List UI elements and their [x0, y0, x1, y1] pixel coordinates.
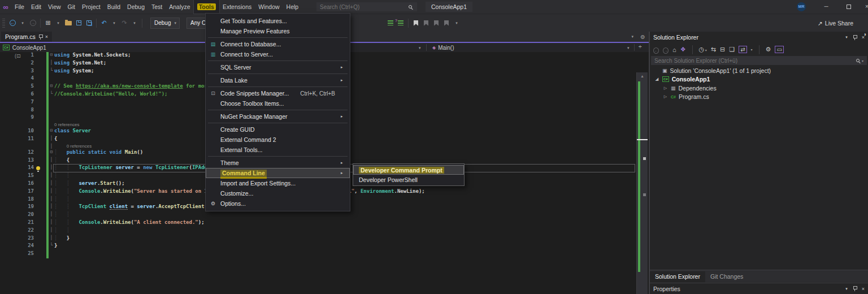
- line-number[interactable]: 7: [0, 99, 34, 107]
- debug-target-dropdown[interactable]: Debug▾: [150, 18, 180, 29]
- line-number[interactable]: 18: [0, 196, 34, 204]
- breadcrumb-project-dropdown[interactable]: C# ConsoleApp1: [3, 43, 46, 52]
- menu-item-command-line[interactable]: Command Line▸: [206, 168, 350, 178]
- menu-item-theme[interactable]: Theme▸: [206, 158, 350, 168]
- menu-item-customize[interactable]: Customize...: [206, 188, 350, 198]
- outline-marker[interactable]: ⊟: [49, 128, 54, 136]
- auto-hide-pin-icon[interactable]: [853, 286, 857, 291]
- se-sync-dropdown-icon[interactable]: ▾: [751, 47, 753, 51]
- undo-dropdown[interactable]: ▾: [110, 18, 118, 28]
- code-line[interactable]: 25: [0, 250, 649, 258]
- tree-item-solution-consoleapp1-1-of-1-project[interactable]: ▣Solution 'ConsoleApp1' (1 of 1 project): [650, 66, 868, 75]
- toolbar-grip[interactable]: [2, 19, 5, 28]
- line-number[interactable]: 23: [0, 235, 34, 243]
- menubar-item-project[interactable]: Project: [79, 0, 104, 14]
- menu-item-sql-server[interactable]: SQL Server▸: [206, 62, 350, 72]
- menu-item-choose-toolbox-items[interactable]: Choose Toolbox Items...: [206, 98, 350, 109]
- panel-tab-solution-explorer[interactable]: Solution Explorer: [650, 271, 705, 282]
- show-threads-icon[interactable]: [387, 18, 394, 28]
- line-number[interactable]: 10: [0, 128, 34, 136]
- auto-hide-pin-icon[interactable]: [853, 35, 857, 40]
- menubar-item-window[interactable]: Window: [255, 0, 283, 14]
- types-dropdown-icon[interactable]: ▾: [419, 46, 421, 50]
- menubar-item-extensions[interactable]: Extensions: [219, 0, 255, 14]
- close-panel-icon[interactable]: ×: [862, 286, 865, 292]
- menu-item-data-lake[interactable]: Data Lake▸: [206, 75, 350, 85]
- breadcrumb-member-dropdown[interactable]: ◈ Main(): [432, 43, 454, 52]
- menu-item-connect-to-server[interactable]: ▥Connect to Server...: [206, 49, 350, 59]
- members-dropdown-icon[interactable]: ▾: [627, 46, 630, 50]
- split-window-icon[interactable]: ÷: [639, 44, 642, 50]
- se-sync-icon[interactable]: ⇆: [711, 46, 716, 53]
- close-tab-icon[interactable]: ×: [45, 34, 48, 40]
- se-home-icon[interactable]: ⌂: [672, 46, 676, 53]
- menubar-item-build[interactable]: Build: [104, 0, 124, 14]
- menu-item-get-tools-and-features[interactable]: Get Tools and Features...: [206, 16, 350, 26]
- code-line[interactable]: 20│┆ ┆: [0, 211, 649, 219]
- show-diagnostics-icon[interactable]: ?: [397, 18, 405, 28]
- line-number[interactable]: 19: [0, 204, 34, 211]
- se-show-all-files-icon[interactable]: ❏: [729, 46, 735, 53]
- line-number[interactable]: 2: [0, 60, 34, 68]
- menubar-item-git[interactable]: Git: [64, 0, 79, 14]
- outline-marker[interactable]: ⊟: [49, 83, 54, 91]
- tree-item-consoleapp1[interactable]: ◢C#ConsoleApp1: [650, 75, 868, 84]
- line-number[interactable]: 11: [0, 136, 34, 144]
- quick-search-input[interactable]: [316, 4, 409, 10]
- se-back-icon[interactable]: ←: [653, 46, 659, 53]
- pin-tab-icon[interactable]: [38, 34, 42, 40]
- se-forward-icon[interactable]: →: [663, 46, 669, 53]
- close-button[interactable]: ×: [861, 0, 868, 14]
- navigate-forward-icon[interactable]: →: [29, 18, 37, 28]
- navigate-back-icon[interactable]: ←: [8, 18, 16, 28]
- new-project-dropdown[interactable]: ▾: [54, 18, 62, 28]
- solution-explorer-search-box[interactable]: ▾: [651, 56, 867, 65]
- project-badge[interactable]: ConsoleApp1: [426, 2, 472, 12]
- menubar-item-edit[interactable]: Edit: [28, 0, 45, 14]
- line-number[interactable]: 9: [0, 114, 34, 122]
- line-number[interactable]: 4: [0, 75, 34, 83]
- save-icon[interactable]: [75, 18, 83, 28]
- menu-item-external-command-2[interactable]: External Command 2: [206, 135, 350, 145]
- se-pending-changes-filter-icon[interactable]: ◷ ▾: [699, 46, 707, 53]
- redo-icon[interactable]: ↷: [120, 18, 128, 28]
- restore-button[interactable]: [843, 0, 854, 14]
- menu-item-nuget-package-manager[interactable]: NuGet Package Manager▸: [206, 111, 350, 122]
- menu-item-options[interactable]: ⚙Options...: [206, 198, 350, 209]
- line-number[interactable]: 8: [0, 107, 34, 115]
- line-number[interactable]: 21: [0, 219, 34, 227]
- line-number[interactable]: 13: [0, 157, 34, 165]
- next-bookmark-icon[interactable]: [432, 18, 440, 28]
- code-outline-icon[interactable]: (⊡: [15, 53, 21, 59]
- menubar-item-analyze[interactable]: Analyze: [166, 0, 193, 14]
- se-sync-with-active-document-icon[interactable]: ⇄: [739, 46, 747, 53]
- line-number[interactable]: [0, 122, 34, 128]
- code-line[interactable]: 23│┆ }: [0, 235, 649, 243]
- tab-program-cs[interactable]: Program.cs ×: [1, 32, 52, 42]
- panel-tab-git-changes[interactable]: Git Changes: [705, 271, 748, 282]
- line-number[interactable]: 17: [0, 188, 34, 196]
- collapsed-arrow-icon[interactable]: ▷: [663, 94, 668, 99]
- collapsed-arrow-icon[interactable]: ▷: [663, 86, 668, 90]
- se-collapse-all-icon[interactable]: ⊟: [720, 46, 725, 53]
- line-number[interactable]: 5: [0, 83, 34, 91]
- menubar-item-help[interactable]: Help: [283, 0, 302, 14]
- active-files-dropdown-icon[interactable]: ▾: [632, 34, 634, 39]
- open-file-icon[interactable]: [64, 18, 72, 28]
- menubar-item-debug[interactable]: Debug: [124, 0, 148, 14]
- live-share-button[interactable]: ↗ Live Share: [818, 20, 853, 27]
- code-line[interactable]: 21│┆ ┆ Console.WriteLine("A client conne…: [0, 219, 649, 227]
- minimize-button[interactable]: ─: [821, 0, 832, 14]
- menu-item-code-snippets-manager[interactable]: ⊡Code Snippets Manager...Ctrl+K, Ctrl+B: [206, 88, 350, 98]
- clear-bookmarks-icon[interactable]: [442, 18, 450, 28]
- se-switch-views-icon[interactable]: ❖: [680, 46, 686, 53]
- menu-item-external-tools[interactable]: External Tools...: [206, 145, 350, 155]
- menubar-item-file[interactable]: File: [11, 0, 28, 14]
- menu-item-import-and-export-settings[interactable]: Import and Export Settings...: [206, 178, 350, 188]
- submenu-item-developer-powershell[interactable]: Developer PowerShell: [353, 175, 464, 184]
- line-number[interactable]: 22: [0, 227, 34, 235]
- editor-settings-gear-icon[interactable]: ⚙: [640, 34, 645, 40]
- solution-explorer-search-input[interactable]: [651, 58, 856, 64]
- line-number[interactable]: 16: [0, 180, 34, 188]
- line-number[interactable]: 14: [0, 165, 34, 172]
